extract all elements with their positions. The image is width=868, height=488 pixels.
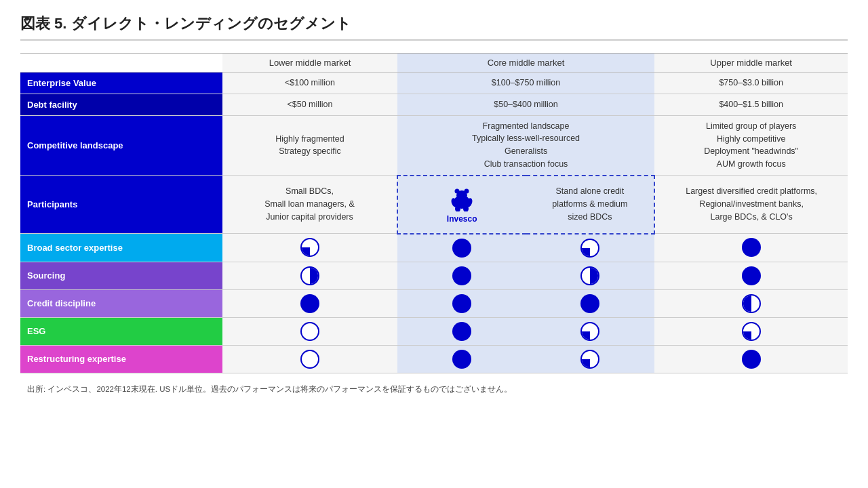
competitive-landscape-label: Competitive landscape: [20, 115, 222, 176]
cd-upper-icon: [742, 294, 761, 313]
esg-upper-circle: [660, 322, 842, 341]
s-core-circle: [403, 266, 521, 285]
s-upper-left: [526, 262, 655, 289]
svg-point-2: [455, 188, 460, 193]
s-lower: [222, 262, 397, 289]
cl-upper-text1: Limited group of players: [706, 121, 796, 131]
bs-lower: [222, 234, 397, 262]
cl-core: Fragmented landscape Typically less-well…: [397, 115, 655, 176]
esg-core-circle: [403, 322, 521, 341]
invesco-label: Invesco: [447, 213, 477, 225]
bs-ul-circle: [532, 239, 650, 258]
debt-facility-row: Debt facility <$50 million $50–$400 mill…: [20, 94, 848, 115]
cl-core-text1: Fragmented landscape: [483, 121, 570, 131]
cd-lower-circle: [228, 294, 392, 313]
invesco-logo: Invesco: [403, 184, 521, 225]
p-upper-left: Stand alone credit platforms & medium si…: [526, 176, 655, 234]
bs-upper-circle: [660, 238, 842, 257]
cl-core-text4: Club transaction focus: [484, 159, 568, 169]
competitive-landscape-row: Competitive landscape Highly fragmented …: [20, 115, 848, 176]
bs-ul-icon: [580, 239, 599, 258]
p-ul-text2: platforms & medium: [552, 199, 627, 209]
s-ul-circle: [532, 266, 650, 285]
df-core: $50–$400 million: [397, 94, 655, 115]
cd-lower: [222, 289, 397, 317]
footer-note: 出所: インベスコ、2022年12末現在. USドル単位。過去のパフォーマンスは…: [20, 384, 848, 394]
p-upper: Largest diversified credit platforms, Re…: [654, 176, 848, 234]
restructuring-row: Restructuring expertise: [20, 345, 848, 373]
esg-upper-left: [526, 317, 655, 345]
r-lower: [222, 345, 397, 373]
esg-upper: [654, 317, 848, 345]
r-core: [397, 345, 526, 373]
esg-row: ESG: [20, 317, 848, 345]
cd-upper-left: [526, 289, 655, 317]
column-headers: Lower middle market Core middle market U…: [20, 54, 848, 73]
r-ul-circle: [532, 350, 650, 369]
bs-core-circle: [403, 239, 521, 258]
bs-upper-left: [526, 234, 655, 262]
p-upper-text1: Largest diversified credit platforms,: [686, 186, 817, 196]
cd-upper: [654, 289, 848, 317]
esg-core-icon: [452, 322, 471, 341]
sourcing-row: Sourcing: [20, 262, 848, 289]
r-upper-left: [526, 345, 655, 373]
bs-lower-icon: [300, 238, 319, 257]
col-upper-header: Upper middle market: [654, 54, 848, 73]
sourcing-label: Sourcing: [20, 262, 222, 289]
cd-ul-circle: [532, 294, 650, 313]
p-upper-text3: Large BDCs, & CLO's: [711, 212, 793, 222]
r-upper-circle: [660, 350, 842, 369]
ev-core: $100–$750 million: [397, 73, 655, 94]
cl-upper-text4: AUM growth focus: [717, 159, 786, 169]
r-upper-icon: [742, 350, 761, 369]
esg-ul-icon: [580, 322, 599, 341]
bs-lower-circle: [228, 238, 392, 257]
p-lower-text3: Junior capital providers: [266, 212, 353, 222]
cd-lower-icon: [300, 294, 319, 313]
cl-lower: Highly fragmented Strategy specific: [222, 115, 397, 176]
cl-core-text2: Typically less-well-resourced: [472, 134, 580, 143]
restructuring-label: Restructuring expertise: [20, 345, 222, 373]
s-upper-icon: [742, 266, 761, 285]
r-ul-icon: [580, 350, 599, 369]
participants-label: Participants: [20, 176, 222, 234]
cl-upper: Limited group of players Highly competit…: [654, 115, 848, 176]
cd-core: [397, 289, 526, 317]
debt-facility-label: Debt facility: [20, 94, 222, 115]
col-lower-header: Lower middle market: [222, 54, 397, 73]
r-core-circle: [403, 350, 521, 369]
s-lower-icon: [300, 266, 319, 285]
esg-lower-icon: [300, 322, 319, 341]
ev-upper: $750–$3.0 billion: [654, 73, 848, 94]
col-core-header: Core middle market: [397, 54, 655, 73]
credit-discipline-row: Credit discipline: [20, 289, 848, 317]
enterprise-value-label: Enterprise Value: [20, 73, 222, 94]
svg-point-3: [465, 188, 469, 193]
df-upper: $400–$1.5 billion: [654, 94, 848, 115]
p-lower: Small BDCs, Small loan managers, & Junio…: [222, 176, 397, 234]
esg-core: [397, 317, 526, 345]
r-lower-icon: [300, 350, 319, 369]
cd-core-icon: [452, 294, 471, 313]
credit-discipline-label: Credit discipline: [20, 289, 222, 317]
esg-lower: [222, 317, 397, 345]
esg-ul-circle: [532, 322, 650, 341]
esg-upper-icon: [742, 322, 761, 341]
esg-lower-circle: [228, 322, 392, 341]
enterprise-value-row: Enterprise Value <$100 million $100–$750…: [20, 73, 848, 94]
cl-upper-text2: Highly competitive: [717, 134, 785, 144]
broad-sector-row: Broad sector expertise: [20, 234, 848, 262]
cl-lower-text2: Strategy specific: [279, 146, 341, 156]
df-lower: <$50 million: [222, 94, 397, 115]
s-lower-circle: [228, 266, 392, 285]
p-lower-text2: Small loan managers, &: [264, 199, 355, 209]
ev-lower: <$100 million: [222, 73, 397, 94]
page-title: 図表 5. ダイレクト・レンディングのセグメント: [20, 14, 848, 41]
broad-sector-label: Broad sector expertise: [20, 234, 222, 262]
bs-core: [397, 234, 526, 262]
r-upper: [654, 345, 848, 373]
cl-core-text3: Generalists: [505, 146, 547, 156]
s-upper-circle: [660, 266, 842, 285]
s-upper: [654, 262, 848, 289]
